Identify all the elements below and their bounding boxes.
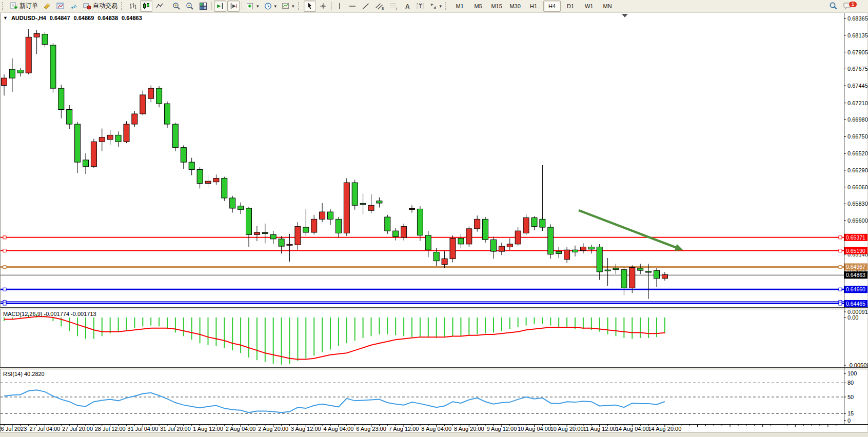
timeframe-h4-button[interactable]: H4 (543, 1, 561, 12)
time-axis-label: 2 Aug 20:00 (258, 426, 288, 432)
zoom-out-icon (186, 2, 194, 10)
zoom-in-icon (172, 2, 181, 10)
rsi-axis-label: 100 (847, 370, 857, 376)
fibonacci-tool-button[interactable]: F (387, 1, 401, 12)
periods-button[interactable]: ▾ (262, 1, 279, 12)
channel-tool-button[interactable]: E (373, 1, 386, 12)
crosshair-button[interactable] (317, 1, 329, 12)
macd-axis-label: -0.005093 (847, 362, 868, 368)
tile-windows-button[interactable] (197, 1, 209, 12)
chart-window-icon (56, 2, 65, 10)
bar-chart-button[interactable] (127, 1, 139, 12)
toolbar-separator (242, 2, 242, 10)
line-chart-icon (155, 2, 164, 10)
macd-indicator-label: MACD(12,26,9) -0.001774 -0.001713 (3, 311, 96, 317)
toolbar-grip[interactable] (121, 2, 124, 10)
tile-windows-icon (199, 2, 207, 10)
search-button[interactable] (827, 1, 840, 12)
price-tick-label: 0.66980 (847, 116, 868, 123)
rsi-axis-label: 15 (847, 410, 854, 416)
templates-button[interactable]: ▾ (280, 1, 297, 12)
time-axis-label: 26 Jul 2023 (0, 426, 27, 432)
vertical-line-icon (336, 2, 343, 10)
signal-icon (70, 2, 78, 10)
toolbar: 新订单 自动交易 ▾ ▾ (0, 0, 868, 12)
zoom-in-button[interactable] (170, 1, 183, 12)
arrows-caret-icon: ▾ (440, 4, 442, 9)
trendline-tool-button[interactable] (360, 1, 372, 12)
svg-text:A: A (405, 3, 410, 10)
ohlc-bars-icon (129, 2, 137, 10)
chart-symbol-period: AUDUSD-,H4 (11, 15, 46, 22)
timeframe-h1-button[interactable]: H1 (525, 1, 542, 12)
toolbar-grip[interactable] (298, 2, 301, 10)
ohlc-open: 0.64847 (50, 15, 70, 22)
price-tag-label: 0.65190 (846, 248, 865, 254)
price-tag-label: 0.64863 (846, 272, 865, 278)
zoom-out-button[interactable] (184, 1, 196, 12)
text-tool-button[interactable]: A (402, 1, 413, 12)
timeframe-mn-button[interactable]: MN (599, 1, 616, 12)
label-tool-button[interactable]: T (414, 1, 426, 12)
auto-scroll-button[interactable] (214, 1, 226, 12)
vline-tool-button[interactable] (334, 1, 345, 12)
price-tick-label: 0.66060 (847, 184, 868, 190)
timeframe-m1-button[interactable]: M1 (451, 1, 468, 12)
new-order-label: 新订单 (19, 2, 38, 10)
chat-badge: 1 (849, 2, 857, 7)
arrows-tool-button[interactable]: ▾ (427, 1, 444, 12)
styles-button[interactable] (41, 1, 53, 12)
indicators-icon (246, 2, 254, 10)
time-axis-label: 10 Aug 04:00 (518, 426, 551, 432)
svg-text:E: E (382, 7, 384, 10)
candlestick-chart-button[interactable] (140, 1, 152, 12)
toolbar-separator (168, 2, 168, 10)
toolbar-grip[interactable] (2, 2, 5, 10)
text-label-icon: T (416, 2, 424, 10)
autotrading-button[interactable]: 自动交易 (81, 1, 120, 12)
time-axis-label: 31 Jul 04:00 (127, 426, 158, 432)
line-chart-button[interactable] (153, 1, 166, 12)
price-tick-label: 0.66290 (847, 167, 868, 173)
cursor-arrow-icon (306, 2, 314, 10)
text-a-icon: A (404, 2, 411, 10)
autotrading-icon (83, 2, 91, 10)
new-order-button[interactable]: 新订单 (8, 1, 40, 12)
chart-window-button[interactable] (54, 1, 67, 12)
time-axis-label: 27 Jul 04:00 (30, 426, 61, 432)
trendline-icon (362, 2, 370, 10)
indicators-button[interactable]: ▾ (244, 1, 261, 12)
autotrading-label: 自动交易 (93, 2, 117, 10)
time-axis-label: 27 Jul 20:00 (62, 426, 93, 432)
time-axis-label: 2 Aug 04:00 (226, 426, 256, 432)
symbol-dropdown-icon[interactable]: ▼ (3, 15, 8, 22)
hline-tool-button[interactable] (346, 1, 359, 12)
templates-caret-icon: ▾ (292, 4, 294, 9)
timeframe-m15-button[interactable]: M15 (488, 1, 505, 12)
cursor-button[interactable] (304, 1, 316, 12)
timeframe-w1-button[interactable]: W1 (580, 1, 598, 12)
chat-button[interactable]: 1 (841, 1, 854, 12)
price-tick-label: 0.68135 (847, 32, 868, 38)
toolbar-grip[interactable] (445, 2, 448, 10)
timeframe-d1-button[interactable]: D1 (562, 1, 579, 12)
horizontal-line-icon (348, 2, 357, 10)
rsi-axis-label: 50 (847, 394, 854, 400)
timeframe-m30-button[interactable]: M30 (506, 1, 524, 12)
timeframe-m5-button[interactable]: M5 (469, 1, 487, 12)
signals-button[interactable] (68, 1, 80, 12)
price-tick-label: 0.67905 (847, 49, 868, 55)
price-tag-label: 0.65371 (846, 234, 865, 241)
arrows-icon (429, 2, 438, 10)
equidistant-channel-icon: E (375, 2, 384, 10)
time-axis-label: 8 Aug 20:00 (454, 426, 484, 432)
rsi-value: 40.2820 (24, 371, 45, 377)
chart-shift-button[interactable] (227, 1, 240, 12)
time-axis-label: 31 Jul 20:00 (160, 426, 191, 432)
chart-area[interactable]: 0.683650.681350.679050.676750.674450.672… (0, 13, 868, 437)
ohlc-close: 0.64863 (122, 15, 142, 22)
price-tick-label: 0.66750 (847, 133, 868, 140)
clock-icon (264, 2, 272, 10)
price-tick-label: 0.65600 (847, 217, 868, 224)
time-axis-label: 7 Aug 12:00 (389, 426, 419, 432)
